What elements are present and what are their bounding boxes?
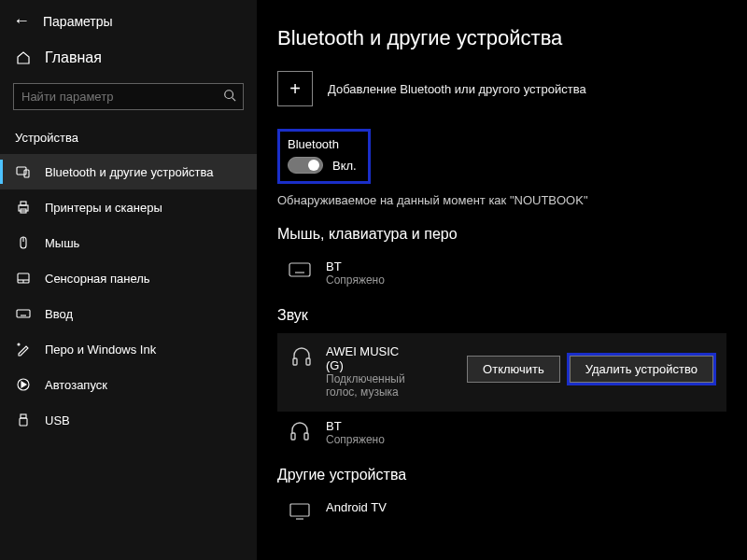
mouse-icon [15,235,32,250]
device-status: Сопряжено [326,433,385,446]
sidebar-header: ← Параметры [0,0,257,40]
bluetooth-state: Вкл. [332,159,357,173]
add-device-row[interactable]: + Добавление Bluetooth или другого устро… [277,71,726,106]
svg-rect-27 [293,358,297,365]
sidebar-item-mouse[interactable]: Мышь [0,225,257,260]
section-audio: Звук [277,307,726,324]
sidebar-item-label: USB [45,413,70,427]
svg-rect-12 [17,310,30,317]
sidebar-item-typing[interactable]: Ввод [0,296,257,331]
svg-rect-29 [291,433,295,440]
sidebar-item-autoplay[interactable]: Автозапуск [0,367,257,402]
app-title: Параметры [43,14,113,29]
svg-rect-20 [20,418,27,426]
sidebar-item-touchpad[interactable]: Сенсорная панель [0,260,257,296]
svg-rect-19 [21,414,26,418]
page-title: Bluetooth и другие устройства [277,26,726,50]
add-device-label: Добавление Bluetooth или другого устройс… [328,82,586,96]
search-input[interactable] [13,83,244,110]
device-status: Сопряжено [326,273,385,287]
usb-icon [15,413,32,427]
bluetooth-label: Bluetooth [288,137,357,151]
search-icon [223,89,236,102]
touchpad-icon [15,271,32,286]
sidebar-item-bluetooth[interactable]: Bluetooth и другие устройства [0,154,257,189]
sidebar-item-label: Автозапуск [45,378,107,392]
home-link[interactable]: Главная [0,40,257,76]
sidebar: ← Параметры Главная Устройства Bluetooth… [0,0,257,560]
sidebar-item-label: Принтеры и сканеры [45,201,162,215]
section-mouse-keyboard: Мышь, клавиатура и перо [277,226,726,243]
svg-rect-31 [290,504,309,516]
headphones-icon [287,419,313,441]
bluetooth-toggle[interactable] [288,157,323,174]
disconnect-button[interactable]: Отключить [467,356,560,383]
keyboard-icon [287,259,313,278]
devices-icon [15,164,32,179]
printer-icon [15,200,32,215]
home-label: Главная [45,49,102,66]
tv-icon [287,500,313,521]
sidebar-item-label: Bluetooth и другие устройства [45,165,213,179]
device-name: Android TV [326,500,387,514]
svg-point-17 [18,343,20,345]
headphones-icon [290,344,313,399]
svg-rect-5 [21,202,26,205]
back-arrow-icon[interactable]: ← [13,11,30,31]
search-wrap [13,83,244,110]
svg-rect-30 [304,433,308,440]
home-icon [15,50,32,65]
device-name: BT [326,259,385,273]
remove-device-button[interactable]: Удалить устройство [570,356,713,383]
svg-point-0 [225,91,233,99]
sidebar-item-label: Перо и Windows Ink [45,343,156,357]
sidebar-item-usb[interactable]: USB [0,402,257,438]
section-other: Другие устройства [277,467,726,483]
svg-line-1 [233,98,236,102]
svg-rect-28 [306,358,310,365]
discoverable-text: Обнаруживаемое на данный момент как "NOU… [277,193,726,207]
device-name: BT [326,419,385,433]
sidebar-item-label: Сенсорная панель [45,272,150,286]
main-content: Bluetooth и другие устройства + Добавлен… [257,0,747,560]
device-bt-audio[interactable]: BT Сопряжено [277,412,726,454]
sidebar-section: Устройства [0,123,257,154]
sidebar-item-label: Мышь [45,236,79,250]
device-bt-keyboard[interactable]: BT Сопряжено [277,252,726,294]
device-name: AWEI MUSIC (G) [326,344,419,372]
keyboard-icon [15,306,32,321]
autoplay-icon [15,377,32,392]
bluetooth-toggle-group: Bluetooth Вкл. [277,129,371,184]
device-awei-music[interactable]: AWEI MUSIC (G) Подключенный голос, музык… [277,333,726,412]
sidebar-item-label: Ввод [45,307,73,321]
sidebar-item-pen[interactable]: Перо и Windows Ink [0,331,257,367]
pen-icon [15,342,32,357]
device-status: Подключенный голос, музыка [326,372,419,399]
device-android-tv[interactable]: Android TV [277,493,726,528]
plus-icon: + [277,71,313,106]
sidebar-item-printers[interactable]: Принтеры и сканеры [0,189,257,225]
svg-rect-21 [289,263,310,276]
